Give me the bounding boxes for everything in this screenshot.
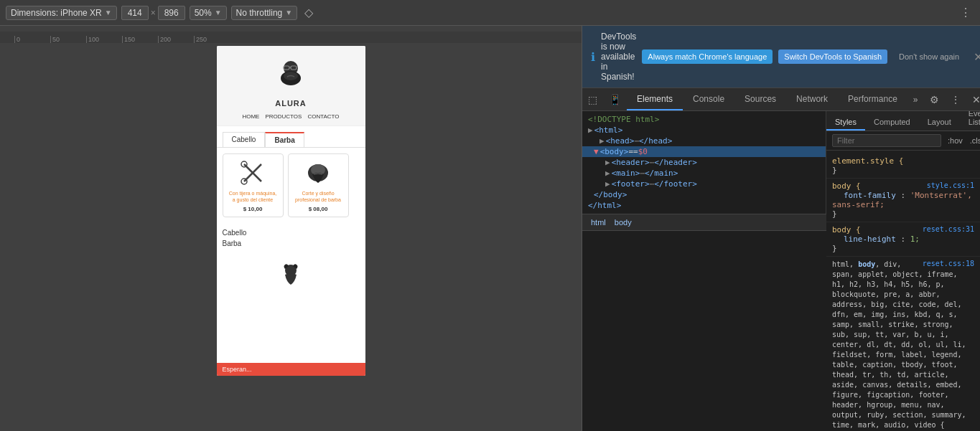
dom-tree: <!DOCTYPE html> ▶ <html> ▶ <head> ⋯ </he… [582,111,826,214]
styles-filter-row: :hov .cls + ⊞ ⊟ [826,131,980,151]
footer-ellipsis: ⋯ [650,179,655,189]
tab-cabello[interactable]: Cabello [223,132,266,147]
dimensions-selector[interactable]: Dimensions: iPhone XR ▼ [6,6,117,20]
dom-body[interactable]: ▼ <body> == $0 [582,146,826,157]
styles-panel: Styles Computed Layout Event Listeners D… [826,111,980,431]
hov-button[interactable]: :hov [946,136,965,146]
tab-layout[interactable]: Layout [919,115,960,131]
style-css-1[interactable]: style.css:1 [927,181,974,189]
dom-head[interactable]: ▶ <head> ⋯ </head> [582,136,826,146]
head-ellipsis: ⋯ [634,136,639,146]
more-options-icon[interactable]: ⋮ [957,4,974,21]
body-1-close: } [832,209,837,219]
line-height-prop[interactable]: line-height [832,235,896,244]
site-logo [269,55,312,98]
body-special: $0 [638,147,648,156]
match-language-button[interactable]: Always match Chrome's language [642,49,773,64]
settings-icon[interactable]: ⚙ [924,91,945,108]
breadcrumb: html body [582,214,826,231]
reset-css-31[interactable]: reset.css:31 [923,225,974,233]
site-products: Con tijera o máquina, a gusto del client… [217,148,365,223]
close-devtools-button[interactable]: ✕ [966,91,981,108]
line-height-colon: : [900,235,905,244]
product-price-1: $ 10,00 [243,206,263,212]
site-footer: Esperan... [217,363,365,376]
main-expand[interactable]: ▶ [605,169,610,178]
more-tabs[interactable]: » [907,95,924,105]
footer-expand[interactable]: ▶ [605,179,610,189]
dom-html-close[interactable]: </html> [582,200,826,211]
width-input-container: × [121,6,185,20]
tab-styles[interactable]: Styles [826,115,865,131]
tab-sources[interactable]: Sources [734,88,786,110]
zoom-selector[interactable]: 50% ▼ [190,6,227,20]
ruler-tick-6: 250 [194,36,230,43]
breadcrumb-body[interactable]: body [612,218,635,227]
font-family-prop[interactable]: font-family [832,191,896,200]
dont-show-again[interactable]: Don't show again [893,49,965,64]
breadcrumb-html[interactable]: html [588,218,609,227]
sidebar-cabello[interactable]: Cabello [223,229,360,237]
switch-spanish-button[interactable]: Switch DevTools to Spanish [778,49,887,64]
body-selector-1[interactable]: body { [832,181,861,191]
css-rule-body-1: body { style.css:1 font-family : 'Montse… [826,179,980,222]
ruler-tick-5: 200 [158,36,194,43]
bookmark-icon[interactable]: ◇ [302,4,316,21]
more-devtools-icon[interactable]: ⋮ [945,91,966,108]
nav-contacto[interactable]: CONTACTO [307,113,339,120]
site-sidebar: Cabello Barba [217,223,365,256]
tab-performance[interactable]: Performance [838,88,907,110]
nav-productos[interactable]: PRODUCTOS [265,113,302,120]
cls-button[interactable]: .cls [968,136,980,146]
header-tag: <header> [612,158,650,167]
element-style-selector[interactable]: element.style { [832,156,903,166]
styles-filter-input[interactable] [832,134,941,147]
styles-content: element.style { } body { style.css:1 fon… [826,151,980,431]
header-expand[interactable]: ▶ [605,158,610,167]
tab-elements[interactable]: Elements [627,88,683,110]
product-desc-1: Con tijera o máquina, a gusto del client… [228,190,279,203]
html-close-tag: </html> [588,201,621,210]
head-expand[interactable]: ▶ [599,136,605,146]
tab-barba[interactable]: Barba [265,132,304,147]
dimensions-label: Dimensions: iPhone XR [11,8,102,18]
styles-filter-buttons: :hov .cls + ⊞ ⊟ [946,136,980,146]
throttling-label: No throttling [236,8,283,18]
ruler-tick-1: 0 [14,36,50,43]
notification-banner: ℹ DevTools is now available in Spanish! … [582,26,980,88]
main-close-tag: </main> [645,169,678,178]
dom-header[interactable]: ▶ <header> ⋯ </header> [582,157,826,168]
bottom-product-card [217,256,365,309]
tab-event-listeners[interactable]: Event Listeners [960,111,980,131]
reset-selector[interactable]: html, body, div, span, applet, object, i… [832,260,966,429]
dom-footer[interactable]: ▶ <footer> ⋯ </footer> [582,179,826,189]
notification-close-button[interactable]: ✕ [971,50,980,64]
width-input[interactable] [121,6,149,20]
nav-home[interactable]: HOME [242,113,259,120]
body-selector-2[interactable]: body { [832,225,861,235]
tab-console[interactable]: Console [683,88,734,110]
dom-html-open[interactable]: ▶ <html> [582,125,826,136]
device-icon[interactable]: 📱 [603,91,627,108]
dom-main[interactable]: ▶ <main> ⋯ </main> [582,168,826,179]
line-height-value: 1; [910,235,920,244]
devtools-pane: ℹ DevTools is now available in Spanish! … [582,26,980,431]
ruler-tick-3: 100 [86,36,122,43]
throttling-selector[interactable]: No throttling ▼ [231,6,298,20]
sidebar-barba[interactable]: Barba [223,240,360,247]
height-input[interactable] [158,6,185,20]
main-ellipsis: ⋯ [640,169,645,178]
tab-computed[interactable]: Computed [865,115,919,131]
dom-body-close[interactable]: </body> [582,189,826,200]
css-rule-reset: reset.css:18 html, body, div, span, appl… [826,257,980,431]
zoom-chevron: ▼ [215,9,222,16]
body-triangle[interactable]: ▼ [594,147,599,156]
reset-css-18[interactable]: reset.css:18 [923,260,974,267]
man-icon [273,262,309,298]
info-icon: ℹ [591,50,595,64]
inspect-icon[interactable]: ⬚ [582,91,603,108]
html-expand[interactable]: ▶ [588,125,593,135]
dom-doctype[interactable]: <!DOCTYPE html> [582,114,826,125]
tab-network[interactable]: Network [786,88,838,110]
notification-text: DevTools is now available in Spanish! [601,32,636,82]
